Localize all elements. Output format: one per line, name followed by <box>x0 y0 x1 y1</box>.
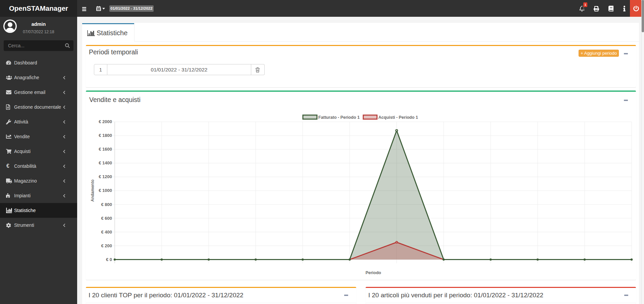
svg-text:€ 1400: € 1400 <box>99 160 112 165</box>
svg-text:Andamento: Andamento <box>90 180 95 202</box>
svg-text:€ 1200: € 1200 <box>99 174 112 179</box>
svg-text:€ 0: € 0 <box>106 257 112 262</box>
svg-text:Fatturato - Periodo 1: Fatturato - Periodo 1 <box>318 115 360 120</box>
svg-text:€ 1000: € 1000 <box>99 188 112 193</box>
svg-text:€ 200: € 200 <box>101 243 112 248</box>
svg-text:€ 1800: € 1800 <box>99 133 112 138</box>
svg-text:€ 1600: € 1600 <box>99 147 112 152</box>
svg-text:€ 600: € 600 <box>101 216 112 221</box>
svg-text:Periodo: Periodo <box>366 270 381 275</box>
svg-text:€ 400: € 400 <box>101 230 112 235</box>
svg-text:€ 800: € 800 <box>101 202 112 207</box>
svg-text:€ 2000: € 2000 <box>99 119 112 124</box>
svg-text:Acquisti - Periodo 1: Acquisti - Periodo 1 <box>378 115 418 120</box>
